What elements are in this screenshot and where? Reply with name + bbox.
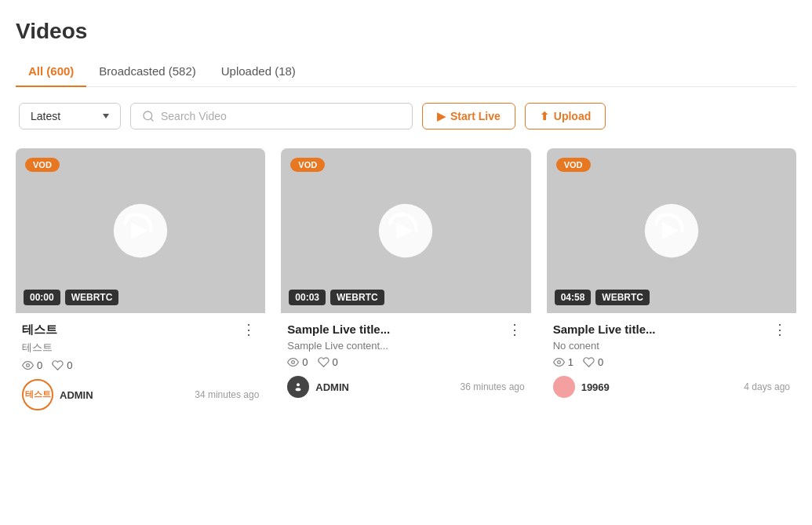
eye-icon xyxy=(287,356,299,368)
views-stat: 0 xyxy=(287,356,308,368)
toolbar: Latest ▶ Start Live ⬆ Upload xyxy=(16,103,796,129)
tabs-bar: All (600) Broadcasted (582) Uploaded (18… xyxy=(16,57,796,87)
play-icon-circle xyxy=(112,202,169,259)
upload-button[interactable]: ⬆ Upload xyxy=(525,103,606,129)
video-info: Sample Live title... ⋮ No conent 1 0 199… xyxy=(547,313,796,407)
video-stats: 0 0 xyxy=(22,359,259,371)
search-icon xyxy=(142,110,155,122)
video-title: Sample Live title... xyxy=(553,323,656,336)
svg-line-1 xyxy=(151,118,153,121)
video-title: 테스트 xyxy=(22,323,57,337)
codec-badge: WEBRTC xyxy=(65,290,119,305)
svg-point-7 xyxy=(292,361,295,364)
likes-count: 0 xyxy=(598,356,603,368)
video-subtitle: No conent xyxy=(553,340,790,352)
author-name: 19969 xyxy=(581,381,610,393)
video-grid: VOD 00:00 WEBRTC 테스트 ⋮ 테스트 0 xyxy=(16,148,796,420)
vod-badge: VOD xyxy=(25,158,60,172)
duration-badge: 00:03 xyxy=(289,290,326,305)
play-icon-circle xyxy=(643,202,700,259)
author-info: ADMIN xyxy=(287,376,349,398)
views-count: 0 xyxy=(37,359,42,371)
start-live-label: Start Live xyxy=(450,110,501,122)
video-title-row: Sample Live title... ⋮ xyxy=(553,323,790,337)
vod-badge: VOD xyxy=(290,158,325,172)
time-ago: 36 minutes ago xyxy=(461,381,525,392)
video-stats: 0 0 xyxy=(287,356,524,368)
more-options-button[interactable]: ⋮ xyxy=(239,323,259,337)
video-meta-bar: 00:03 WEBRTC xyxy=(289,290,384,305)
author-name: ADMIN xyxy=(315,381,349,393)
avatar xyxy=(553,376,575,398)
video-author-row: 19969 4 days ago xyxy=(553,376,790,398)
video-card-3: VOD 04:58 WEBRTC Sample Live title... ⋮ … xyxy=(547,148,796,420)
views-count: 0 xyxy=(302,356,308,368)
more-options-button[interactable]: ⋮ xyxy=(770,323,790,337)
video-subtitle: 테스트 xyxy=(22,341,259,355)
heart-icon xyxy=(52,359,64,371)
eye-icon xyxy=(22,359,34,371)
tab-all[interactable]: All (600) xyxy=(16,57,86,87)
video-subtitle: Sample Live content... xyxy=(287,340,524,352)
video-title: Sample Live title... xyxy=(287,323,390,336)
author-info: 19969 xyxy=(553,376,610,398)
more-options-button[interactable]: ⋮ xyxy=(504,323,525,337)
svg-point-4 xyxy=(27,364,30,367)
video-meta-bar: 04:58 WEBRTC xyxy=(555,290,650,305)
search-input[interactable] xyxy=(161,110,401,122)
avatar: 테스트 xyxy=(22,379,53,410)
upload-label: Upload xyxy=(554,110,591,122)
duration-badge: 04:58 xyxy=(555,290,592,305)
duration-badge: 00:00 xyxy=(24,290,60,305)
video-title-row: 테스트 ⋮ xyxy=(22,323,259,337)
video-thumbnail[interactable]: VOD 00:00 WEBRTC xyxy=(16,148,265,313)
author-name: ADMIN xyxy=(60,389,93,401)
svg-point-13 xyxy=(557,361,560,364)
avatar xyxy=(287,376,309,398)
time-ago: 4 days ago xyxy=(744,381,790,392)
upload-icon: ⬆ xyxy=(540,110,549,122)
codec-badge: WEBRTC xyxy=(330,290,384,305)
video-thumbnail[interactable]: VOD 04:58 WEBRTC xyxy=(547,148,796,313)
chevron-down-icon xyxy=(103,114,109,118)
vod-badge: VOD xyxy=(556,158,591,172)
video-info: Sample Live title... ⋮ Sample Live conte… xyxy=(281,313,530,407)
likes-count: 0 xyxy=(333,356,338,368)
page-title: Videos xyxy=(16,19,796,44)
play-icon: ▶ xyxy=(437,110,446,122)
video-card-2: VOD 00:03 WEBRTC Sample Live title... ⋮ … xyxy=(281,148,530,420)
video-thumbnail[interactable]: VOD 00:03 WEBRTC xyxy=(281,148,530,313)
video-stats: 1 0 xyxy=(553,356,790,368)
sort-label: Latest xyxy=(31,110,96,122)
heart-icon xyxy=(583,356,595,368)
search-box[interactable] xyxy=(130,103,413,129)
likes-stat: 0 xyxy=(318,356,338,368)
likes-stat: 0 xyxy=(52,359,72,371)
video-author-row: 테스트 ADMIN 34 minutes ago xyxy=(22,379,259,410)
tab-uploaded[interactable]: Uploaded (18) xyxy=(209,57,308,87)
tab-broadcasted[interactable]: Broadcasted (582) xyxy=(86,57,208,87)
start-live-button[interactable]: ▶ Start Live xyxy=(422,103,515,129)
sort-dropdown[interactable]: Latest xyxy=(19,103,121,129)
eye-icon xyxy=(553,356,565,368)
play-icon-circle xyxy=(377,202,434,259)
codec-badge: WEBRTC xyxy=(595,290,650,305)
views-count: 1 xyxy=(568,356,573,368)
likes-count: 0 xyxy=(67,359,72,371)
video-info: 테스트 ⋮ 테스트 0 0 테스트 ADMIN 34 minutes xyxy=(16,313,265,420)
heart-icon xyxy=(318,356,330,368)
svg-point-10 xyxy=(296,388,301,391)
likes-stat: 0 xyxy=(583,356,603,368)
author-info: 테스트 ADMIN xyxy=(22,379,93,410)
views-stat: 1 xyxy=(553,356,573,368)
video-meta-bar: 00:00 WEBRTC xyxy=(24,290,118,305)
video-author-row: ADMIN 36 minutes ago xyxy=(287,376,524,398)
views-stat: 0 xyxy=(22,359,42,371)
time-ago: 34 minutes ago xyxy=(195,389,259,400)
video-card-1: VOD 00:00 WEBRTC 테스트 ⋮ 테스트 0 xyxy=(16,148,265,420)
svg-point-9 xyxy=(297,383,300,386)
video-title-row: Sample Live title... ⋮ xyxy=(287,323,524,337)
